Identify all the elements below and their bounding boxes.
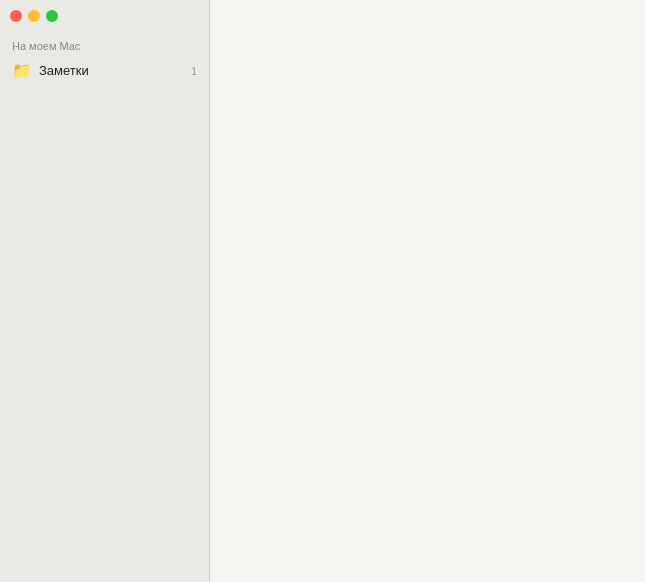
maximize-button[interactable] <box>46 10 58 22</box>
minimize-button[interactable] <box>28 10 40 22</box>
traffic-lights <box>10 10 58 22</box>
notes-badge: 1 <box>191 65 197 77</box>
app-window: На моем Mac 📁 Заметки 1 ☰ ⊞ ‹ 🗑 ✏️ Aa ⁝ … <box>0 0 645 582</box>
sidebar-item-notes[interactable]: 📁 Заметки 1 <box>0 56 209 85</box>
sidebar: На моем Mac 📁 Заметки 1 <box>0 0 210 582</box>
folder-icon: 📁 <box>12 61 32 80</box>
sidebar-section-label: На моем Mac <box>0 40 209 56</box>
close-button[interactable] <box>10 10 22 22</box>
sidebar-item-label: Заметки <box>39 63 184 78</box>
